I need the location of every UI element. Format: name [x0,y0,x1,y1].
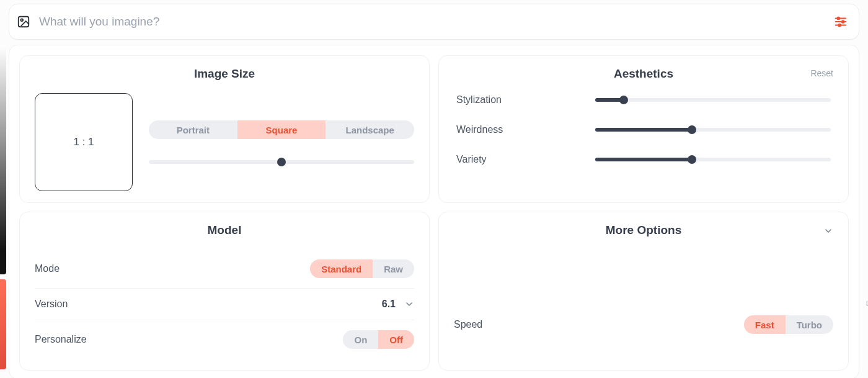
stylization-slider[interactable] [595,98,831,102]
personalize-segmented: On Off [343,330,414,349]
speed-option-fast[interactable]: Fast [744,315,786,334]
svg-point-1 [20,19,23,21]
gallery-thumb[interactable] [0,45,6,274]
weirdness-row: Weirdness [456,124,831,135]
mode-option-standard[interactable]: Standard [310,259,373,278]
variety-row: Variety [456,154,831,165]
model-card: Model Mode Standard Raw Version 6.1 [19,212,430,371]
prompt-input[interactable] [39,15,834,29]
left-gallery-strip [0,45,9,378]
row-label: Speed [454,319,482,330]
version-row: Version 6.1 [35,289,414,320]
sliders-icon[interactable] [834,15,848,29]
image-icon [17,15,30,29]
card-title: Image Size [35,67,414,81]
speed-option-turbo[interactable]: Turbo [786,315,833,334]
gallery-thumb[interactable] [0,279,6,369]
chevron-down-icon [404,299,414,309]
cropped-text: t [866,299,868,308]
image-size-card: Image Size 1 : 1 Portrait Square Landsca… [19,55,430,203]
aspect-ratio-preview: 1 : 1 [35,93,133,191]
svg-point-6 [842,20,844,23]
version-value: 6.1 [382,299,396,310]
personalize-option-on[interactable]: On [343,330,378,349]
card-title: Model [35,223,414,237]
reset-button[interactable]: Reset [810,68,833,78]
svg-point-7 [838,24,841,27]
aesthetics-card: Aesthetics Reset Stylization Weirdness [438,55,849,203]
personalize-row: Personalize On Off [35,320,414,359]
aspect-ratio-slider[interactable] [149,160,414,164]
row-label: Version [35,299,68,310]
orientation-option-landscape[interactable]: Landscape [326,120,414,139]
right-gallery-strip: t [859,45,868,378]
mode-option-raw[interactable]: Raw [373,259,414,278]
orientation-option-portrait[interactable]: Portrait [149,120,237,139]
speed-segmented: Fast Turbo [744,315,833,334]
row-label: Personalize [35,334,87,345]
weirdness-slider[interactable] [595,128,831,132]
more-options-card: More Options Speed Fast Turbo [438,212,849,371]
row-label: Mode [35,263,60,274]
variety-slider[interactable] [595,158,831,161]
prompt-bar [9,4,859,40]
personalize-option-off[interactable]: Off [378,330,414,349]
slider-label: Stylization [456,94,580,106]
version-select[interactable]: 6.1 [382,299,414,310]
orientation-segmented: Portrait Square Landscape [149,120,414,139]
slider-label: Variety [456,154,580,165]
aspect-ratio-label: 1 : 1 [73,136,94,148]
slider-label: Weirdness [456,124,580,135]
card-title: More Options [606,223,681,237]
settings-panel: Image Size 1 : 1 Portrait Square Landsca… [9,45,859,378]
mode-segmented: Standard Raw [310,259,414,278]
mode-row: Mode Standard Raw [35,250,414,289]
card-title: Aesthetics [614,67,673,81]
stylization-row: Stylization [456,94,831,106]
svg-point-5 [838,17,840,20]
orientation-option-square[interactable]: Square [237,120,326,139]
chevron-down-icon[interactable] [823,226,833,236]
